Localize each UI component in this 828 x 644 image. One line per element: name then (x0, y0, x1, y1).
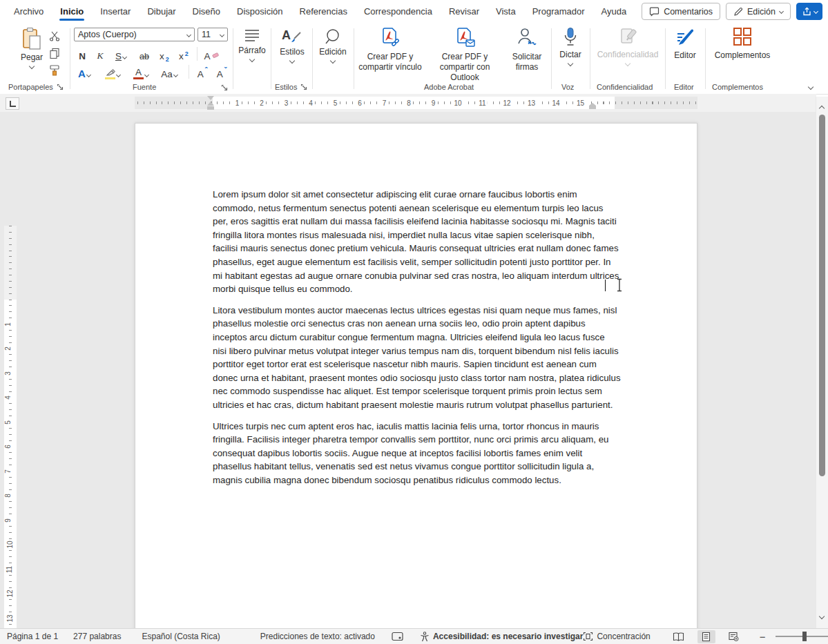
font-color-button[interactable]: A (130, 64, 152, 81)
tab-referencias[interactable]: Referencias (291, 1, 356, 23)
clear-formatting-button[interactable]: A (202, 46, 221, 63)
tab-disposición[interactable]: Disposición (229, 1, 291, 23)
scissors-icon (49, 30, 60, 41)
chevron-down-icon (808, 84, 813, 90)
tab-dibujar[interactable]: Dibujar (139, 1, 184, 23)
document-page[interactable]: Lorem ipsum dolor sit amet consectetur a… (135, 123, 697, 644)
pencil-icon (733, 7, 743, 17)
dialog-launcher-icon[interactable] (300, 84, 307, 90)
shrink-font-button[interactable]: Aˇ (213, 64, 231, 81)
styles-label: Estilos (280, 47, 304, 57)
font-dialog-launcher[interactable] (221, 84, 228, 91)
magnifier-icon (324, 28, 342, 45)
read-mode-icon (673, 632, 684, 641)
page-indicator[interactable]: Página 1 de 1 (7, 632, 58, 641)
dictate-button[interactable]: Dictar (554, 27, 587, 66)
editor-group-label: Editor (674, 83, 694, 91)
underline-button[interactable]: S (110, 46, 131, 63)
zoom-slider-thumb[interactable] (802, 632, 807, 641)
text-effects-button[interactable]: A (73, 64, 95, 81)
horizontal-ruler: 123456789101112131415 (135, 97, 697, 109)
sensitivity-label: Confidencialidad (597, 50, 659, 59)
predictions-icon (392, 632, 403, 641)
paragraph-group-button[interactable]: Párrafo (235, 28, 269, 61)
paragraph-lines-icon (244, 28, 260, 43)
tab-stop-selector[interactable] (6, 97, 19, 110)
hanging-indent-marker[interactable] (207, 101, 214, 106)
styles-group-label: Estilos (275, 83, 307, 91)
editing-group-button[interactable]: Edición (315, 28, 351, 63)
font-group: Aptos (Cuerpo) 11 N K S ab x2 x2 A A (72, 23, 232, 94)
font-size-combo[interactable]: 11 (198, 28, 228, 41)
collapse-ribbon-button[interactable] (809, 79, 813, 92)
scroll-down-arrow[interactable] (819, 614, 825, 619)
focus-mode[interactable]: Concentración (583, 632, 650, 641)
tab-ayuda[interactable]: Ayuda (593, 1, 635, 23)
print-layout-button[interactable] (697, 630, 715, 643)
ruler-ticks (9, 226, 12, 644)
paste-button[interactable]: Pegar (14, 27, 50, 68)
tab-diseño[interactable]: Diseño (184, 1, 229, 23)
tab-vista[interactable]: Vista (488, 1, 524, 23)
share-button[interactable] (796, 3, 822, 20)
web-layout-button[interactable] (725, 630, 743, 643)
dialog-launcher-icon[interactable] (57, 84, 64, 90)
left-indent-marker[interactable] (207, 106, 214, 110)
request-signatures-button[interactable]: Solicitar firmas (506, 27, 548, 72)
text-predictions-toggle[interactable] (392, 632, 403, 641)
text-predictions[interactable]: Predicciones de texto: activado (260, 632, 375, 641)
superscript-button[interactable]: x2 (175, 46, 192, 63)
strikethrough-button[interactable]: ab (135, 46, 153, 63)
zoom-slider[interactable] (776, 636, 828, 637)
read-mode-button[interactable] (670, 630, 688, 643)
word-count[interactable]: 277 palabras (73, 632, 121, 641)
divider (189, 65, 189, 79)
addins-button[interactable]: Complementos (709, 27, 776, 60)
tab-inicio[interactable]: Inicio (52, 1, 92, 23)
tab-correspondencia[interactable]: Correspondencia (356, 1, 441, 23)
first-line-indent-marker[interactable] (207, 96, 214, 100)
styles-group: A Estilos Estilos (272, 23, 312, 94)
styles-button[interactable]: A Estilos (274, 28, 310, 63)
print-layout-icon (702, 632, 711, 642)
copy-button[interactable] (47, 46, 62, 61)
accessibility-status[interactable]: Accesibilidad: es necesario investigar (420, 632, 583, 642)
sensitivity-group: Confidencialidad Confidencialidad (591, 23, 664, 94)
ruler-number: 4 (4, 396, 12, 400)
ruler-number: 13 (6, 614, 15, 622)
editor-group: Editor Editor (666, 23, 704, 94)
group-divider (705, 28, 706, 89)
ruler-number: 2 (4, 347, 12, 351)
bold-button[interactable]: N (75, 46, 90, 63)
subscript-button[interactable]: x2 (156, 46, 173, 63)
ruler-number: 15 (575, 99, 586, 108)
font-name-combo[interactable]: Aptos (Cuerpo) (74, 28, 195, 41)
tab-programador[interactable]: Programador (524, 1, 593, 23)
editing-mode-label: Edición (747, 7, 776, 17)
language-indicator[interactable]: Español (Costa Rica) (142, 632, 220, 641)
group-divider (665, 28, 666, 89)
tab-insertar[interactable]: Insertar (92, 1, 139, 23)
italic-button[interactable]: K (93, 46, 108, 63)
create-pdf-share-link-button[interactable]: Crear PDF y compartir vínculo (356, 27, 424, 72)
chevron-down-icon (568, 61, 573, 66)
create-pdf-outlook-button[interactable]: Crear PDF y compartir con Outlook (425, 27, 504, 83)
ruler-number: 8 (4, 494, 12, 498)
editing-mode-button[interactable]: Edición (726, 3, 791, 20)
tab-revisar[interactable]: Revisar (441, 1, 488, 23)
ruler-number: 11 (477, 99, 487, 108)
highlight-color-button[interactable] (101, 64, 124, 81)
tab-archivo[interactable]: Archivo (6, 1, 52, 23)
scrollbar-thumb[interactable] (819, 115, 825, 476)
editor-button[interactable]: Editor (668, 27, 702, 60)
scroll-up-arrow[interactable] (819, 106, 825, 111)
vertical-scrollbar[interactable] (816, 97, 828, 628)
chevron-down-icon (144, 72, 149, 77)
cut-button[interactable] (47, 28, 62, 43)
format-painter-button[interactable] (47, 63, 62, 78)
zoom-out-button[interactable]: − (760, 631, 766, 643)
grow-font-button[interactable]: Aˆ (193, 64, 211, 81)
comments-button[interactable]: Comentarios (642, 3, 720, 20)
change-case-button[interactable]: Aa (157, 64, 181, 81)
menu-tabs: ArchivoInicioInsertarDibujarDiseñoDispos… (6, 1, 682, 23)
